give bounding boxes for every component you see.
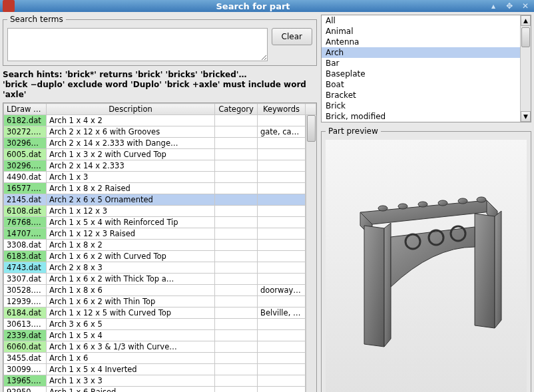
part-preview-legend: Part preview	[326, 126, 381, 136]
scroll-spacer	[306, 104, 316, 115]
hint-line-2: 'brick −duplo' exclude word 'Duplo' 'bri…	[3, 80, 317, 100]
table-row[interactable]: 14707.datArch 1 x 12 x 3 Raised	[4, 228, 316, 240]
table-row[interactable]: 6183.datArch 1 x 6 x 2 with Curved Top	[4, 251, 316, 262]
clear-button[interactable]: Clear	[272, 28, 312, 45]
svg-point-8	[477, 197, 486, 202]
svg-marker-11	[475, 214, 495, 328]
table-row[interactable]: 30296p0…Arch 2 x 14 x 2.333 with Dange…	[4, 138, 316, 149]
svg-point-7	[458, 198, 467, 204]
svg-marker-12	[495, 211, 501, 328]
search-terms-legend: Search terms	[7, 15, 66, 24]
svg-marker-10	[384, 223, 391, 347]
category-item[interactable]: Brick	[322, 100, 531, 111]
hint-line-1: Search hints: 'brick*' returns 'brick' '…	[3, 70, 317, 80]
scroll-up-icon[interactable]: ▲	[521, 15, 531, 26]
maximize-icon[interactable]: ✥	[503, 0, 515, 12]
category-item[interactable]: Baseplate	[322, 69, 531, 79]
scroll-down-icon[interactable]: ▼	[521, 111, 531, 122]
table-row[interactable]: 30296.datArch 2 x 14 x 2.333	[4, 160, 316, 172]
table-row[interactable]: 12939.datArch 1 x 6 x 2 with Thin Top	[4, 296, 316, 307]
category-item[interactable]: Boat	[322, 79, 531, 90]
table-row[interactable]: 4743.datArch 2 x 8 x 3	[4, 262, 316, 274]
table-row[interactable]: 30272.datArch 2 x 12 x 6 with Groovesgat…	[4, 126, 316, 138]
category-item[interactable]: Arch	[322, 47, 531, 58]
search-input[interactable]	[7, 28, 268, 61]
category-scrollbar[interactable]: ▲ ▼	[520, 15, 531, 122]
minimize-icon[interactable]: ▴	[487, 0, 499, 12]
svg-marker-9	[364, 226, 384, 347]
table-row[interactable]: 3455.datArch 1 x 6	[4, 353, 316, 364]
table-row[interactable]: 6184.datArch 1 x 12 x 5 with Curved TopB…	[4, 307, 316, 319]
svg-point-5	[418, 202, 427, 207]
category-item[interactable]: Animal	[322, 26, 531, 37]
category-item[interactable]: All	[322, 15, 531, 26]
part-preview-group: Part preview	[321, 126, 531, 392]
category-item[interactable]: Bracket	[322, 90, 531, 100]
table-row[interactable]: 6182.datArch 1 x 4 x 2	[4, 115, 316, 126]
search-hints: Search hints: 'brick*' returns 'brick' '…	[3, 70, 317, 100]
table-row[interactable]: 30613.datArch 3 x 6 x 5	[4, 319, 316, 330]
close-icon[interactable]: ✕	[519, 0, 531, 12]
table-row[interactable]: 6108.datArch 1 x 12 x 3	[4, 206, 316, 217]
window-title: Search for part	[19, 1, 487, 11]
table-row[interactable]: 6005.datArch 1 x 3 x 2 with Curved Top	[4, 149, 316, 160]
category-item[interactable]: Brick, modified	[322, 111, 531, 122]
svg-point-6	[438, 200, 447, 206]
col-header-kw[interactable]: Keywords	[258, 104, 306, 115]
col-header-part[interactable]: LDraw par…	[4, 104, 47, 115]
titlebar: Search for part ▴ ✥ ✕	[0, 0, 534, 12]
table-row[interactable]: 3308.datArch 1 x 8 x 2	[4, 240, 316, 251]
app-icon	[3, 0, 15, 12]
table-row[interactable]: 16577.datArch 1 x 8 x 2 Raised	[4, 183, 316, 194]
results-scrollbar[interactable]	[306, 115, 316, 392]
table-row[interactable]: 6060.datArch 1 x 6 x 3 & 1/3 with Curve…	[4, 341, 316, 353]
table-row[interactable]: 30099.datArch 1 x 5 x 4 Inverted	[4, 364, 316, 375]
table-row[interactable]: 3307.datArch 1 x 6 x 2 with Thick Top a…	[4, 274, 316, 285]
table-row[interactable]: 13965.datArch 1 x 3 x 3	[4, 375, 316, 387]
category-item[interactable]: Bar	[322, 58, 531, 69]
svg-point-3	[378, 206, 388, 211]
table-row[interactable]: 76768.datArch 1 x 5 x 4 with Reinforced …	[4, 217, 316, 228]
table-row[interactable]: 92950.datArch 1 x 6 Raised	[4, 387, 316, 393]
part-preview[interactable]	[326, 140, 527, 392]
results-table[interactable]: LDraw par… Description Category Keywords…	[3, 102, 317, 392]
table-row[interactable]: 4490.datArch 1 x 3	[4, 172, 316, 183]
table-row[interactable]: 2339.datArch 1 x 5 x 4	[4, 330, 316, 341]
col-header-desc[interactable]: Description	[47, 104, 215, 115]
search-terms-group: Search terms Clear	[3, 15, 317, 66]
category-list[interactable]: AllAnimalAntennaArchBarBaseplateBoatBrac…	[321, 15, 531, 122]
table-row[interactable]: 2145.datArch 2 x 6 x 5 Ornamented	[4, 194, 316, 206]
svg-point-4	[398, 204, 407, 209]
col-header-cat[interactable]: Category	[215, 104, 258, 115]
table-row[interactable]: 30528.datArch 1 x 8 x 6doorway,…	[4, 285, 316, 296]
category-item[interactable]: Antenna	[322, 37, 531, 47]
